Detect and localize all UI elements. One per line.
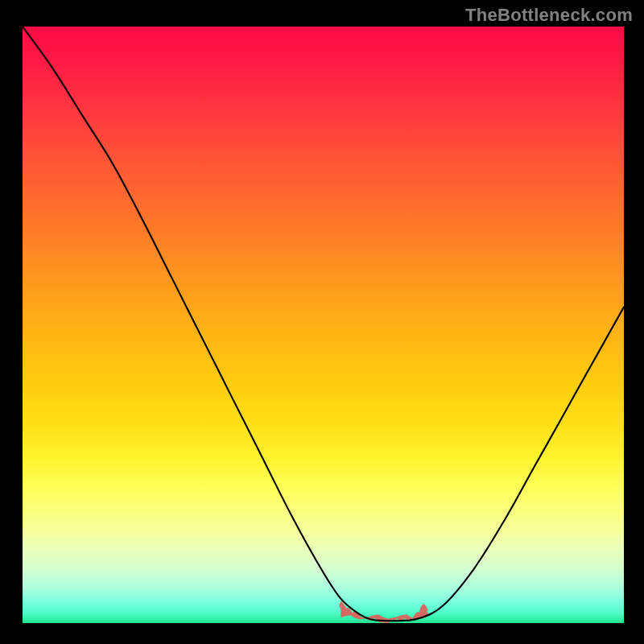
plot-area bbox=[23, 27, 624, 623]
chart-frame: TheBottleneck.com bbox=[0, 0, 644, 644]
curve-layer bbox=[23, 27, 624, 623]
bottleneck-curve bbox=[23, 27, 624, 621]
watermark-text: TheBottleneck.com bbox=[465, 5, 633, 26]
